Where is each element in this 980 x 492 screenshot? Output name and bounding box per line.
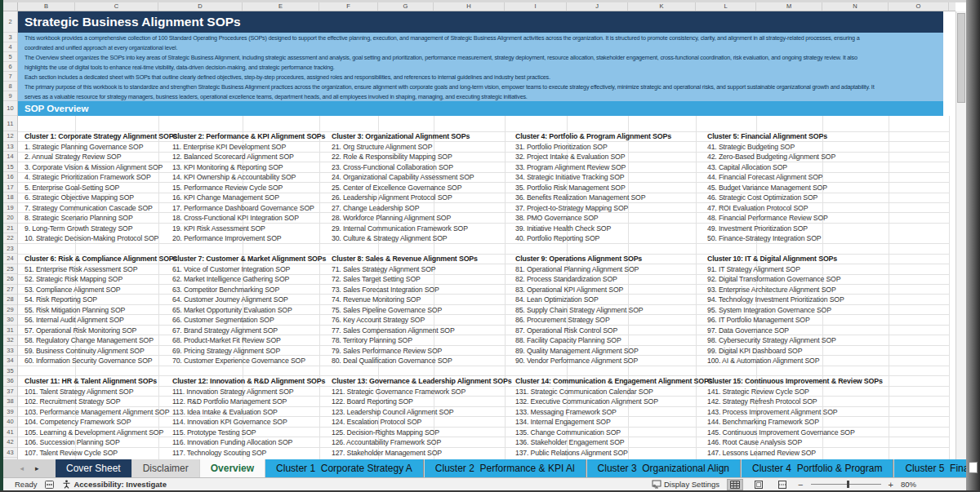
sop-item-cell[interactable]: 64. Customer Journey Alignment SOP [172, 295, 332, 305]
row-header-4[interactable]: 4 [3, 42, 17, 52]
sop-item-cell[interactable]: 126. Accountability Framework SOP [332, 437, 515, 448]
workbook-description-cell[interactable]: This workbook provides a comprehensive c… [18, 33, 943, 101]
sop-item-cell[interactable]: 14. KPI Ownership & Accountability SOP [172, 172, 332, 183]
sop-item-cell[interactable]: 70. Customer Experience Governance SOP [172, 356, 332, 366]
sop-item-cell[interactable]: 81. Operational Planning Alignment SOP [515, 264, 707, 275]
row-header-32[interactable]: 32 [3, 335, 17, 346]
sop-item-cell[interactable]: 80. Deal Qualification Governance SOP [332, 356, 515, 366]
sop-item-cell[interactable]: 114. Innovation KPI Governance SOP [172, 417, 332, 428]
sop-item-cell[interactable]: 73. Sales Forecast Integration SOP [332, 285, 515, 295]
vertical-scrollbar[interactable] [956, 11, 966, 459]
cluster-title-cell[interactable]: Cluster 3: Organizational Alignment SOPs [332, 131, 515, 142]
row-header-2[interactable]: 2 [3, 11, 17, 33]
sop-item-cell[interactable]: 133. Messaging Framework SOP [515, 407, 707, 418]
sop-item-cell[interactable]: 37. Project-to-Strategy Mapping SOP [515, 203, 707, 214]
accessibility-checker-button[interactable]: Accessibility: Investigate [62, 480, 167, 489]
sop-item-cell[interactable]: 90. Vendor Performance Alignment SOP [515, 356, 707, 366]
cluster-title-cell[interactable]: Cluster 12: Innovation & R&D Alignment S… [172, 376, 332, 387]
sop-item-cell[interactable]: 116. Innovation Funding Allocation SOP [172, 437, 332, 448]
column-header-C[interactable]: C [75, 2, 158, 11]
sop-item-cell[interactable]: 50. Finance-Strategy Integration SOP [707, 233, 922, 244]
sop-item-cell[interactable]: 113. Idea Intake & Evaluation SOP [172, 407, 332, 418]
row-header-18[interactable]: 18 [3, 193, 17, 203]
sop-item-cell[interactable]: 93. Enterprise Architecture Alignment SO… [707, 285, 922, 295]
sop-item-cell[interactable]: 18. Cross-Functional KPI Integration SOP [172, 213, 332, 224]
sop-item-cell[interactable]: 36. Benefits Realization Management SOP [515, 193, 707, 203]
sop-item-cell[interactable]: 143. Process Improvement Alignment SOP [707, 407, 922, 418]
sop-item-cell[interactable]: 132. Executive Communication Alignment S… [515, 397, 707, 407]
sop-item-cell[interactable]: 29. Internal Communication Framework SOP [332, 224, 515, 234]
row-header-22[interactable]: 22 [3, 233, 17, 244]
zoom-slider-thumb[interactable] [847, 481, 849, 488]
row-header-14[interactable]: 14 [3, 152, 17, 162]
row-header-39[interactable]: 39 [3, 407, 17, 418]
sop-item-cell[interactable]: 101. Talent Strategy Alignment SOP [24, 387, 172, 397]
cluster-title-cell[interactable]: Cluster 15: Continuous Improvement & Rev… [707, 376, 922, 387]
sop-item-cell[interactable]: 23. Cross-Functional Collaboration SOP [332, 162, 515, 173]
sop-item-cell[interactable]: 144. Benchmarking Framework SOP [707, 417, 922, 428]
column-headers[interactable]: BCDEFGHIJKLMNO [18, 2, 956, 11]
row-header-9[interactable]: 9 [3, 91, 17, 101]
sop-item-cell[interactable]: 67. Brand Strategy Alignment SOP [172, 326, 332, 336]
sop-item-cell[interactable]: 48. Financial Performance Review SOP [707, 213, 922, 224]
sop-item-cell[interactable]: 7. Strategy Communication Cascade SOP [24, 203, 172, 214]
cluster-title-cell[interactable]: Cluster 7: Customer & Market Alignment S… [172, 254, 332, 264]
select-all-corner[interactable] [3, 2, 18, 11]
sop-item-cell[interactable]: 45. Budget Variance Management SOP [707, 183, 922, 193]
sop-item-cell[interactable]: 27. Change Leadership SOP [332, 203, 515, 214]
row-header-43[interactable]: 43 [3, 448, 17, 459]
row-header-25[interactable]: 25 [3, 264, 17, 275]
sop-item-cell[interactable]: 146. Root Cause Analysis SOP [707, 437, 922, 448]
sheet-grid[interactable]: Strategic Business Alignment SOPs This w… [18, 11, 956, 459]
sop-item-cell[interactable]: 26. Leadership Alignment Protocol SOP [332, 193, 515, 203]
sop-item-cell[interactable]: 5. Enterprise Goal-Setting SOP [24, 183, 172, 193]
row-header-34[interactable]: 34 [3, 356, 17, 366]
sop-item-cell[interactable]: 98. Cybersecurity Strategy Alignment SOP [707, 335, 922, 346]
cluster-title-cell[interactable]: Cluster 2: Performance & KPI Alignment S… [172, 131, 332, 142]
page-break-view-button[interactable] [774, 479, 791, 490]
row-header-23[interactable]: 23 [3, 244, 17, 255]
sop-item-cell[interactable]: 54. Risk Reporting SOP [24, 295, 172, 305]
sop-item-cell[interactable]: 11. Enterprise KPI Development SOP [172, 142, 332, 153]
cluster-title-cell[interactable]: Cluster 5: Financial Alignment SOPs [707, 131, 922, 142]
sop-item-cell[interactable]: 60. Information Security Governance SOP [24, 356, 172, 366]
sop-item-cell[interactable]: 35. Portfolio Risk Management SOP [515, 183, 707, 193]
sop-item-cell[interactable]: 15. Performance Review Cycle SOP [172, 183, 332, 193]
sheet-tab-cluster-4-portfolio-program[interactable]: Cluster 4 Portfolio & Program [742, 459, 893, 477]
sheet-tab-cluster-1-corporate-strategy-a[interactable]: Cluster 1 Corporate Strategy A [265, 459, 424, 477]
sop-item-cell[interactable]: 134. Internal Engagement SOP [515, 417, 707, 428]
sop-item-cell[interactable]: 2. Annual Strategy Review SOP [24, 152, 172, 162]
sop-item-cell[interactable]: 10. Strategic Decision-Making Protocol S… [24, 233, 172, 244]
sop-item-cell[interactable]: 62. Market Intelligence Gathering SOP [172, 274, 332, 285]
sop-item-cell[interactable]: 104. Competency Framework SOP [24, 417, 172, 428]
sop-overview-header-cell[interactable]: SOP Overview [18, 101, 943, 116]
sop-item-cell[interactable]: 147. Lessons Learned Review SOP [707, 448, 922, 459]
sop-item-cell[interactable]: 74. Revenue Monitoring SOP [332, 295, 515, 305]
sop-item-cell[interactable]: 87. Operational Risk Control SOP [515, 326, 707, 336]
row-header-7[interactable]: 7 [3, 72, 17, 82]
sop-item-cell[interactable]: 4. Strategic Prioritization Framework SO… [24, 172, 172, 183]
row-header-42[interactable]: 42 [3, 437, 17, 448]
sop-item-cell[interactable]: 84. Lean Optimization SOP [515, 295, 707, 305]
sop-item-cell[interactable]: 102. Recruitment Strategy SOP [24, 397, 172, 407]
column-header-B[interactable]: B [18, 2, 75, 11]
sop-item-cell[interactable]: 77. Sales Compensation Alignment SOP [332, 326, 515, 336]
row-header-33[interactable]: 33 [3, 346, 17, 357]
sop-item-cell[interactable]: 115. Prototype Testing SOP [172, 428, 332, 438]
sop-item-cell[interactable]: 103. Performance Management Alignment SO… [24, 407, 172, 418]
sop-item-cell[interactable]: 69. Pricing Strategy Alignment SOP [172, 346, 332, 357]
row-header-16[interactable]: 16 [3, 172, 17, 183]
row-header-5[interactable]: 5 [3, 52, 17, 62]
sop-item-cell[interactable]: 19. KPI Risk Assessment SOP [172, 224, 332, 234]
cluster-title-cell[interactable]: Cluster 6: Risk & Compliance Alignment S… [24, 254, 172, 264]
sop-item-cell[interactable]: 55. Risk Mitigation Planning SOP [24, 305, 172, 316]
sop-item-cell[interactable]: 137. Public Relations Alignment SOP [515, 448, 707, 459]
sop-item-cell[interactable]: 34. Strategic Initiative Tracking SOP [515, 172, 707, 183]
sop-item-cell[interactable]: 95. System Integration Governance SOP [707, 305, 922, 316]
cluster-title-cell[interactable]: Cluster 10: IT & Digital Alignment SOPs [707, 254, 922, 264]
zoom-slider[interactable] [811, 484, 881, 485]
sop-item-cell[interactable]: 121. Strategic Governance Framework SOP [332, 387, 515, 397]
sop-item-cell[interactable]: 52. Strategic Risk Mapping SOP [24, 274, 172, 285]
sop-item-cell[interactable]: 105. Learning & Development Alignment SO… [24, 428, 172, 438]
sop-item-cell[interactable]: 32. Project Intake & Evaluation SOP [515, 152, 707, 162]
